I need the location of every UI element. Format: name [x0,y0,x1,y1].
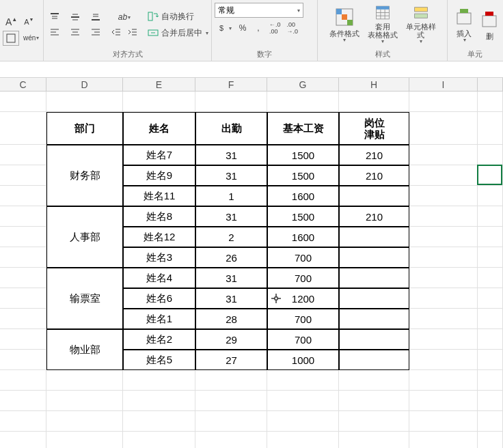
table-cell-base[interactable]: 1600 [267,227,339,247]
table-cell-base[interactable]: 1200 [267,288,339,309]
table-cell-attend[interactable]: 31 [195,145,267,165]
cell[interactable] [0,288,46,309]
table-cell-allow[interactable]: 210 [339,145,409,165]
table-cell-allow[interactable] [339,186,409,206]
cell[interactable] [409,145,478,165]
cell[interactable] [339,411,409,432]
table-cell-base[interactable]: 1500 [267,165,339,186]
cell[interactable] [0,411,46,432]
cell[interactable] [46,411,123,432]
cell[interactable] [0,165,46,186]
col-header-H[interactable]: H [339,78,409,91]
cell[interactable] [478,432,503,448]
cell[interactable] [409,329,478,350]
cell[interactable] [409,112,478,145]
cell[interactable] [267,411,339,432]
cell[interactable] [123,432,195,448]
table-cell-attend[interactable]: 2 [195,227,267,247]
increase-decimal-button[interactable]: ←.0.00 [267,20,284,36]
format-as-table-button[interactable]: 套用表格格式 ▾ [364,2,401,47]
cell[interactable] [0,145,46,165]
merged-dept-cell[interactable]: 输票室 [46,268,123,329]
table-cell-name[interactable]: 姓名2 [123,329,195,350]
cell[interactable] [0,268,46,288]
cell[interactable] [478,309,503,329]
cell[interactable] [267,370,339,391]
merge-center-button[interactable]: 合并后居中 ▾ [145,25,213,40]
table-cell-name[interactable]: 姓名11 [123,186,195,206]
font-grow-button[interactable]: A▲ [3,14,20,29]
cell[interactable] [0,309,46,329]
table-cell-attend[interactable]: 31 [195,288,267,309]
increase-indent-button[interactable] [124,25,141,40]
cell[interactable] [409,165,478,186]
cell[interactable] [409,391,478,411]
table-cell-allow[interactable] [339,350,409,370]
cell[interactable] [0,186,46,206]
table-cell-attend[interactable]: 26 [195,247,267,268]
cell[interactable] [46,432,123,448]
orientation-button[interactable]: ab▾ [108,10,141,25]
cell[interactable] [409,206,478,227]
table-cell-base[interactable]: 1500 [267,206,339,227]
cell[interactable] [478,112,503,145]
table-cell-attend[interactable]: 31 [195,165,267,186]
table-cell-attend[interactable]: 31 [195,268,267,288]
merged-dept-cell[interactable]: 物业部 [46,329,123,370]
align-right-button[interactable] [87,25,104,40]
align-top-button[interactable] [46,10,63,25]
cell[interactable] [478,350,503,370]
cell[interactable] [339,391,409,411]
col-header-D[interactable]: D [46,78,123,91]
cell[interactable] [478,268,503,288]
table-cell-allow[interactable]: 210 [339,206,409,227]
table-cell-allow[interactable] [339,227,409,247]
cell[interactable] [339,432,409,448]
cell[interactable] [409,268,478,288]
align-center-button[interactable] [67,25,83,40]
table-cell-name[interactable]: 姓名4 [123,268,195,288]
merged-dept-cell[interactable]: 财务部 [46,145,123,206]
cell[interactable] [0,370,46,391]
table-cell-allow[interactable] [339,309,409,329]
cell[interactable] [46,391,123,411]
cell[interactable] [339,92,409,112]
cell[interactable] [478,206,503,227]
table-cell-attend[interactable]: 27 [195,350,267,370]
cell[interactable] [409,247,478,268]
cell[interactable] [0,329,46,350]
table-header-dept[interactable]: 部门 [46,112,123,145]
cell[interactable] [478,145,503,165]
cell[interactable] [267,391,339,411]
cell[interactable] [478,227,503,247]
table-cell-attend[interactable]: 1 [195,186,267,206]
cell[interactable] [195,411,267,432]
cell[interactable] [123,92,195,112]
cell[interactable] [478,247,503,268]
table-cell-name[interactable]: 姓名7 [123,145,195,165]
cell[interactable] [409,288,478,309]
currency-button[interactable]: $▾ [215,20,234,36]
cell[interactable] [339,370,409,391]
decrease-indent-button[interactable] [108,25,124,40]
cell[interactable] [478,329,503,350]
cell[interactable] [409,92,478,112]
cell[interactable] [46,92,123,112]
cell[interactable] [409,350,478,370]
cell[interactable] [0,227,46,247]
cell[interactable] [0,112,46,145]
table-cell-base[interactable]: 1500 [267,145,339,165]
table-cell-base[interactable]: 700 [267,268,339,288]
cell[interactable] [409,411,478,432]
cell[interactable] [267,92,339,112]
cell[interactable] [195,92,267,112]
cell[interactable] [123,391,195,411]
table-cell-name[interactable]: 姓名9 [123,165,195,186]
cell[interactable] [409,432,478,448]
border-button[interactable] [3,31,19,46]
cell-styles-button[interactable]: 单元格样式 ▾ [403,2,439,47]
cell[interactable] [0,247,46,268]
table-cell-name[interactable]: 姓名5 [123,350,195,370]
cell[interactable] [123,411,195,432]
cell[interactable] [478,411,503,432]
